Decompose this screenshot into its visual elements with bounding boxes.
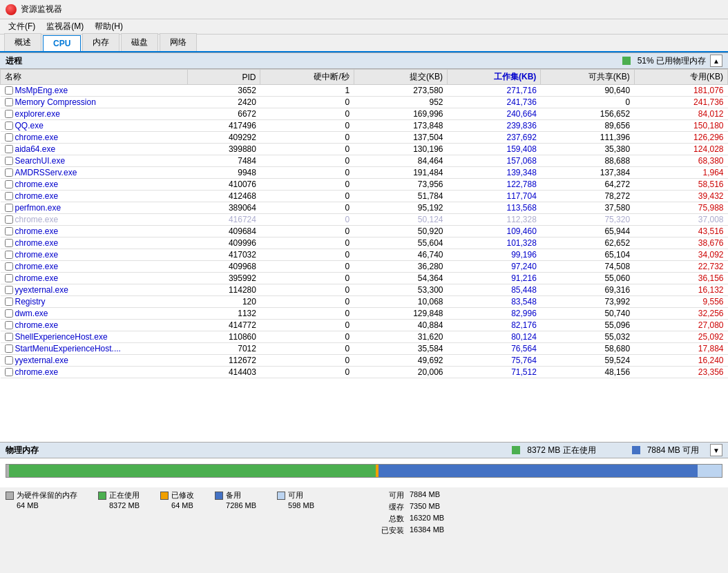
table-row[interactable]: chrome.exe409968036,28097,24074,50822,73… [1,261,728,273]
memory-stats: 可用7884 MB缓存7350 MB总数16320 MB已安装16384 MB [335,490,458,536]
process-checkbox[interactable] [5,298,13,306]
col-header-shared[interactable]: 可共享(KB) [541,70,634,85]
table-row[interactable]: SearchUI.exe7484084,464157,06888,68868,3… [1,155,728,167]
process-private: 34,092 [634,249,727,261]
table-row[interactable]: AMDRSServ.exe99480191,484139,348137,3841… [1,167,728,179]
table-row[interactable]: Memory Compression24200952241,7360241,73… [1,97,728,108]
process-checkbox[interactable] [5,321,13,329]
table-row[interactable]: chrome.exe414772040,88482,17655,09627,08… [1,320,728,331]
table-row[interactable]: chrome.exe414403020,00671,51248,15623,35… [1,367,728,378]
tab-cpu[interactable]: CPU [43,35,81,51]
col-header-name[interactable]: 名称 [1,70,188,85]
process-checkbox[interactable] [5,168,13,177]
table-row[interactable]: yyexternal.exe114280053,30085,44869,3161… [1,284,728,296]
process-private: 27,080 [634,320,727,331]
table-row[interactable]: aida64.exe3998800130,196159,40835,380124… [1,144,728,155]
memory-legend: 为硬件保留的内存 64 MB 正在使用 8372 MB 已修改 64 MB 备用… [0,487,728,540]
col-header-working[interactable]: 工作集(KB) [448,70,541,85]
memory-bar-segment-standby [379,465,698,477]
process-checkbox[interactable] [5,286,13,294]
process-pid: 3652 [188,85,260,97]
process-commit: 53,300 [354,284,447,296]
process-expand-button[interactable]: ▲ [710,55,722,67]
table-row[interactable]: explorer.exe66720169,996240,664156,65284… [1,108,728,120]
process-hard: 0 [260,214,354,226]
col-header-private[interactable]: 专用(KB) [634,70,727,85]
process-checkbox[interactable] [5,133,13,142]
process-checkbox[interactable] [5,333,13,341]
monitor-menu[interactable]: 监视器(M) [41,19,89,34]
process-checkbox[interactable] [5,356,13,365]
process-checkbox[interactable] [5,368,13,376]
process-checkbox[interactable] [5,309,13,318]
process-checkbox[interactable] [5,180,13,188]
table-row[interactable]: yyexternal.exe112672049,69275,76459,5241… [1,355,728,367]
memory-stat-row: 总数16320 MB [376,514,458,524]
table-row[interactable]: ShellExperienceHost.exe110860031,62080,1… [1,331,728,343]
table-row[interactable]: perfmon.exe389064095,192113,56837,58075,… [1,202,728,214]
table-row[interactable]: chrome.exe417032046,74099,19665,10434,09… [1,249,728,261]
process-shared: 0 [541,97,634,108]
process-checkbox[interactable] [5,98,13,106]
process-hard: 0 [260,144,354,155]
process-checkbox[interactable] [5,110,13,118]
process-working: 112,328 [448,214,541,226]
process-checkbox[interactable] [5,204,13,212]
table-row[interactable]: dwm.exe11320129,84882,99650,74032,256 [1,308,728,320]
table-row[interactable]: chrome.exe4092920137,504237,692111,39612… [1,132,728,144]
tab-memory[interactable]: 内存 [82,33,119,51]
process-checkbox[interactable] [5,145,13,153]
table-row[interactable]: StartMenuExperienceHost....7012035,58476… [1,343,728,355]
process-checkbox[interactable] [5,274,13,282]
process-checkbox[interactable] [5,262,13,271]
process-commit: 10,068 [354,296,447,308]
process-shared: 65,104 [541,249,634,261]
memory-expand-button[interactable]: ▼ [710,444,722,456]
process-shared: 90,640 [541,85,634,97]
legend-inuse-label: 正在使用 [98,490,140,501]
table-row[interactable]: chrome.exe412468051,784117,70478,27239,4… [1,191,728,202]
process-status-text: 51% 已用物理内存 [638,55,706,67]
tab-disk[interactable]: 磁盘 [121,33,158,51]
process-checkbox[interactable] [5,86,13,95]
process-working: 237,692 [448,132,541,144]
table-row[interactable]: chrome.exe395992054,36491,21655,06036,15… [1,273,728,284]
process-hard: 0 [260,155,354,167]
process-name: chrome.exe [15,367,59,377]
memory-inuse-text: 8372 MB 正在使用 [527,445,595,456]
process-commit: 95,192 [354,202,447,214]
process-checkbox[interactable] [5,251,13,259]
file-menu[interactable]: 文件(F) [3,19,41,34]
table-row[interactable]: chrome.exe409684050,920109,46065,94443,5… [1,226,728,237]
process-hard: 0 [260,296,354,308]
process-status-icon [622,57,631,65]
tab-network[interactable]: 网络 [160,33,197,51]
process-commit: 49,692 [354,355,447,367]
col-header-pid[interactable]: PID [188,70,260,85]
col-header-commit[interactable]: 提交(KB) [354,70,447,85]
process-checkbox[interactable] [5,192,13,200]
process-checkbox[interactable] [5,344,13,353]
process-hard: 0 [260,308,354,320]
process-checkbox[interactable] [5,215,13,224]
table-row[interactable]: QQ.exe4174960173,848239,83689,656150,180 [1,120,728,132]
process-hard: 0 [260,226,354,237]
table-row[interactable]: Registry120010,06883,54873,9929,556 [1,296,728,308]
table-row[interactable]: chrome.exe416724050,124112,32875,32037,0… [1,214,728,226]
process-name: yyexternal.exe [15,285,68,295]
process-checkbox[interactable] [5,227,13,235]
table-row[interactable]: chrome.exe409996055,604101,32862,65238,6… [1,237,728,249]
legend-free: 可用 598 MB [277,490,314,509]
tab-overview[interactable]: 概述 [4,33,41,51]
table-row[interactable]: chrome.exe410076073,956122,78864,27258,5… [1,179,728,191]
table-row[interactable]: MsMpEng.exe36521273,580271,71690,640181,… [1,85,728,97]
process-checkbox[interactable] [5,157,13,165]
process-private: 181,076 [634,85,727,97]
process-checkbox[interactable] [5,239,13,247]
col-header-hard[interactable]: 硬中断/秒 [260,70,354,85]
process-hard: 0 [260,237,354,249]
process-checkbox[interactable] [5,122,13,130]
process-name: chrome.exe [15,191,59,201]
memory-bar-segment-inuse [9,465,375,477]
help-menu[interactable]: 帮助(H) [89,19,128,34]
